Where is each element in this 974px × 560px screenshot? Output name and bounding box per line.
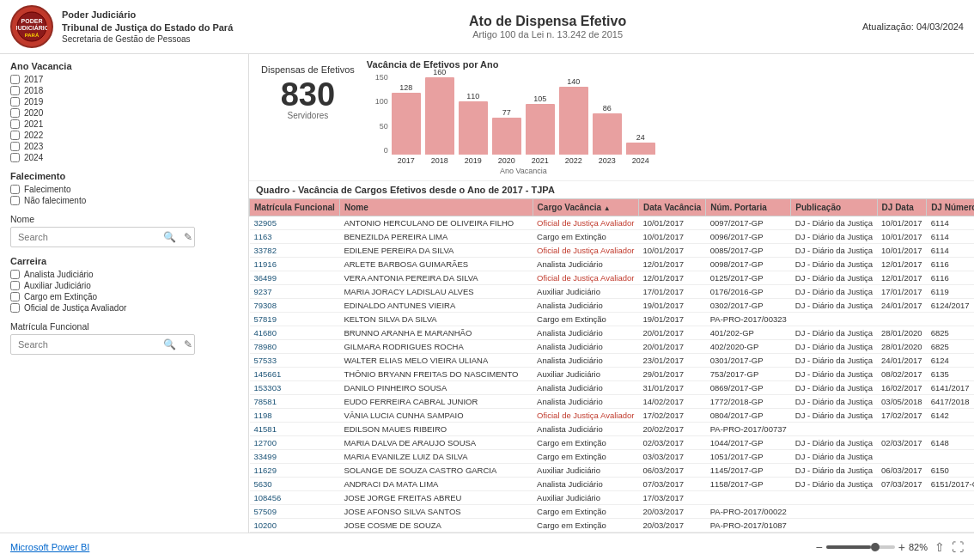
zoom-slider[interactable]	[826, 545, 895, 549]
falecimento-checkbox[interactable]	[10, 196, 20, 205]
table-cell-4-0: 36499	[250, 271, 340, 285]
table-cell-4-7: 6116	[927, 271, 974, 285]
x-axis-year-label: 2018	[425, 156, 454, 165]
table-cell-0-5: DJ - Diário da Justiça	[791, 216, 877, 230]
table-row[interactable]: 41680BRUNNO ARANHA E MARANHÃOAnalista Ju…	[250, 326, 975, 340]
table-cell-10-4: 0301/2017-GP	[706, 354, 791, 368]
nome-edit-icon-btn[interactable]: ✎	[184, 231, 192, 243]
fullscreen-button[interactable]: ⛶	[952, 540, 964, 554]
carreira-checkbox[interactable]	[10, 292, 20, 301]
table-row[interactable]: 1163BENEZILDA PEREIRA LIMACargo em Extin…	[250, 230, 975, 244]
table-cell-12-5: DJ - Diário da Justiça	[791, 381, 877, 395]
table-cell-1-3: 10/01/2017	[638, 230, 705, 244]
table-col-header-2[interactable]: Cargo Vacância ▲	[533, 199, 638, 216]
table-cell-20-0: 108456	[250, 491, 340, 505]
ano-checkbox-2021[interactable]	[10, 119, 20, 129]
table-row[interactable]: 33499MARIA EVANILZE LUIZ DA SILVACargo e…	[250, 450, 975, 464]
table-cell-8-5: DJ - Diário da Justiça	[791, 326, 877, 340]
table-cell-17-5: DJ - Diário da Justiça	[791, 450, 877, 464]
table-wrapper[interactable]: Matrícula FuncionalNomeCargo Vacância ▲D…	[249, 198, 974, 533]
table-cell-3-3: 12/01/2017	[638, 258, 705, 271]
table-cell-12-7: 6141/2017	[927, 381, 974, 395]
table-cell-9-1: GILMARA RODRIGUES ROCHA	[339, 340, 533, 354]
table-cell-4-3: 12/01/2017	[638, 271, 705, 285]
ano-checkbox-2023[interactable]	[10, 142, 20, 151]
table-cell-15-4: PA-PRO-2017/00737	[706, 423, 791, 436]
bar-chart-container: Vacância de Efetivos por Ano 150 100 50 …	[367, 59, 967, 175]
carreira-checkbox[interactable]	[10, 303, 20, 313]
table-cell-5-3: 17/01/2017	[638, 285, 705, 299]
table-row[interactable]: 108456JOSE JORGE FREITAS ABREUAuxiliar J…	[250, 491, 975, 505]
table-row[interactable]: 57533WALTER ELIAS MELO VIEIRA ULIANAAnal…	[250, 354, 975, 368]
table-cell-12-2: Analista Judiciário	[533, 381, 638, 395]
ano-checkbox-2024[interactable]	[10, 153, 20, 162]
powerbi-link[interactable]: Microsoft Power BI	[10, 542, 89, 552]
table-row[interactable]: 11916ARLETE BARBOSA GUIMARÃESAnalista Ju…	[250, 258, 975, 271]
table-row[interactable]: 32905ANTONIO HERCULANO DE OLIVEIRA FILHO…	[250, 216, 975, 230]
table-cell-0-7: 6114	[927, 216, 974, 230]
dispensas-title: Dispensas de Efetivos	[261, 64, 355, 75]
table-row[interactable]: 78581EUDO FERREIRA CABRAL JUNIORAnalista…	[250, 395, 975, 409]
zoom-slider-thumb[interactable]	[871, 543, 880, 551]
org-line1: Poder Judiciário	[62, 9, 233, 21]
table-cell-7-2: Cargo em Extinção	[533, 313, 638, 326]
table-cell-8-4: 401/202-GP	[706, 326, 791, 340]
share-button[interactable]: ⇧	[934, 540, 945, 554]
table-row[interactable]: 145661THÔNIO BRYANN FREITAS DO NASCIMENT…	[250, 368, 975, 381]
matricula-search-box: 🔍 ✎	[10, 334, 195, 355]
table-col-header-4[interactable]: Núm. Portaria	[706, 199, 791, 216]
content-area: Dispensas de Efetivos 830 Servidores Vac…	[249, 54, 974, 533]
table-row[interactable]: 57509JOSE AFONSO SILVA SANTOSCargo em Ex…	[250, 505, 975, 519]
footer: Microsoft Power BI − + 82% ⇧ ⛶	[0, 533, 974, 560]
nome-search-icon-btn[interactable]: 🔍	[163, 231, 176, 243]
table-row[interactable]: 41581EDILSON MAUES RIBEIROAnalista Judic…	[250, 423, 975, 436]
table-row[interactable]: 36499VERA ANTONIA PEREIRA DA SILVAOficia…	[250, 271, 975, 285]
table-cell-22-0: 10200	[250, 519, 340, 533]
sort-arrow: ▲	[604, 204, 611, 212]
table-row[interactable]: 57819KELTON SILVA DA SILVACargo em Extin…	[250, 313, 975, 326]
zoom-out-button[interactable]: −	[816, 540, 823, 554]
table-row[interactable]: 10200JOSE COSME DE SOUZACargo em Extinçã…	[250, 519, 975, 533]
table-cell-6-6: 24/01/2017	[877, 299, 927, 313]
table-cell-2-3: 10/01/2017	[638, 244, 705, 258]
table-col-header-7[interactable]: DJ Número	[927, 199, 974, 216]
table-cell-5-4: 0176/2016-GP	[706, 285, 791, 299]
table-row[interactable]: 5630ANDRACI DA MATA LIMAAnalista Judiciá…	[250, 478, 975, 491]
table-cell-18-1: SOLANGE DE SOUZA CASTRO GARCIA	[339, 464, 533, 478]
table-cell-22-6	[877, 519, 927, 533]
table-cell-9-7: 6825	[927, 340, 974, 354]
table-col-header-0[interactable]: Matrícula Funcional	[250, 199, 340, 216]
table-cell-13-1: EUDO FERREIRA CABRAL JUNIOR	[339, 395, 533, 409]
table-row[interactable]: 1198VÂNIA LUCIA CUNHA SAMPAIOOficial de …	[250, 409, 975, 423]
table-row[interactable]: 78980GILMARA RODRIGUES ROCHAAnalista Jud…	[250, 340, 975, 354]
table-row[interactable]: 9237MARIA JORACY LADISLAU ALVESAuxiliar …	[250, 285, 975, 299]
ano-checkbox-2018[interactable]	[10, 86, 20, 95]
matricula-search-icon-btn[interactable]: 🔍	[163, 338, 176, 350]
table-row[interactable]: 79308EDINALDO ANTUNES VIEIRAAnalista Jud…	[250, 299, 975, 313]
ano-checkbox-2019[interactable]	[10, 97, 20, 107]
table-col-header-5[interactable]: Publicação	[791, 199, 877, 216]
ano-checkbox-2022[interactable]	[10, 131, 20, 140]
table-col-header-1[interactable]: Nome	[339, 199, 533, 216]
carreira-checkbox[interactable]	[10, 281, 20, 290]
table-row[interactable]: 153303DANILO PINHEIRO SOUSAAnalista Judi…	[250, 381, 975, 395]
table-col-header-3[interactable]: Data Vacância	[638, 199, 705, 216]
table-cell-14-0: 1198	[250, 409, 340, 423]
table-cell-10-1: WALTER ELIAS MELO VIEIRA ULIANA	[339, 354, 533, 368]
carreira-filter-item: Analista Judiciário	[10, 270, 238, 279]
table-row[interactable]: 12700MARIA DALVA DE ARAUJO SOUSACargo em…	[250, 436, 975, 450]
table-row[interactable]: 11629SOLANGE DE SOUZA CASTRO GARCIAAuxil…	[250, 464, 975, 478]
table-col-header-6[interactable]: DJ Data	[877, 199, 927, 216]
carreira-checkbox[interactable]	[10, 270, 20, 279]
table-cell-22-4: PA-PRO-2017/01087	[706, 519, 791, 533]
table-row[interactable]: 33782EDILENE PEREIRA DA SILVAOficial de …	[250, 244, 975, 258]
ano-checkbox-2017[interactable]	[10, 75, 20, 84]
falecimento-checkbox[interactable]	[10, 185, 20, 194]
falecimento-label: Não falecimento	[24, 196, 86, 205]
matricula-edit-icon-btn[interactable]: ✎	[184, 338, 192, 350]
table-cell-4-2: Oficial de Justiça Avaliador	[533, 271, 638, 285]
main-content: Ano Vacancia 201720182019202020212022202…	[0, 54, 974, 533]
zoom-in-button[interactable]: +	[898, 540, 905, 554]
ano-checkbox-2020[interactable]	[10, 108, 20, 118]
chart-bar	[425, 77, 454, 155]
